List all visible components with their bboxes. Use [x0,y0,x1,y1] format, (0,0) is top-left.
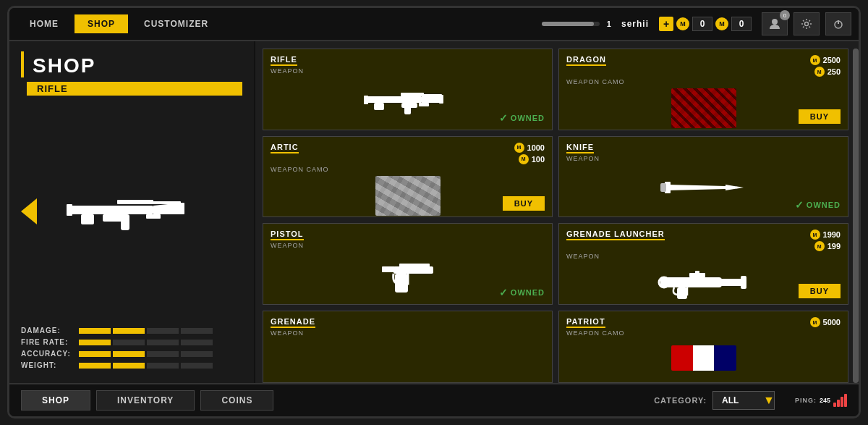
artic-buy-btn[interactable]: BUY [503,196,545,211]
prev-weapon-btn[interactable] [21,198,37,224]
patriot-price-block: M 5000 [810,317,841,327]
selected-category-label: RIFLE [27,82,242,96]
ping-bar-1 [833,403,836,407]
svg-rect-27 [660,183,666,192]
svg-rect-14 [364,96,422,103]
svg-rect-34 [741,276,746,289]
rifle-check-icon: ✓ [499,112,509,124]
gear-icon [801,18,812,30]
svg-rect-15 [401,93,424,96]
artic-price-2: 100 [532,155,545,164]
currency2-icon: M [715,17,728,30]
rifle-owned-badge: ✓ OWNED [499,112,545,124]
knife-weapon-svg [660,173,747,202]
dragon-m-icon-1: M [810,55,820,65]
svg-rect-23 [439,95,443,104]
coins-bottom-btn[interactable]: COINS [200,390,273,411]
artic-price-row-1: M 1000 [514,143,545,153]
pistol-weapon-svg [372,253,444,297]
svg-rect-16 [419,103,429,106]
player-icon [768,17,781,30]
fire-rate-label: FIRE RATE: [21,338,73,346]
launcher-price-row-2: M 199 [814,241,841,251]
damage-bar-4 [181,328,213,334]
currency1-value: 0 [692,17,712,31]
shop-item-rifle[interactable]: RIFLE WEAPON [263,49,553,130]
inventory-bottom-btn[interactable]: INVENTORY [96,390,195,411]
scroll-indicator[interactable] [853,49,859,383]
shop-item-dragon[interactable]: DRAGON M 2500 M 250 WEAPON CA [558,49,848,130]
player-icon-btn[interactable]: 0 [762,12,788,35]
ping-value: 245 [820,397,830,404]
stat-weight: WEIGHT: [21,361,242,369]
artic-m-icon-2: M [519,154,529,164]
bottom-bar: SHOP INVENTORY COINS CATEGORY: ALL RIFLE… [9,383,859,416]
svg-rect-11 [121,214,129,230]
launcher-m-icon-1: M [810,230,820,240]
knife-owned-label: OWNED [807,201,841,209]
power-btn[interactable] [825,12,851,35]
dragon-price-row-2: M 250 [814,67,841,77]
svg-rect-5 [117,200,153,204]
damage-label: DAMAGE: [21,327,73,334]
settings-btn[interactable] [793,12,820,35]
pistol-check-icon: ✓ [499,287,509,298]
stat-fire-rate: FIRE RATE: [21,338,242,346]
svg-rect-21 [404,103,411,114]
svg-rect-31 [382,266,395,272]
level-display: 1 [607,20,611,28]
launcher-buy-btn[interactable]: BUY [799,284,841,298]
top-nav: HOME SHOP CUSTOMIZER 1 serhii + M 0 M 0 … [9,8,859,41]
yellow-bar [21,51,24,77]
artic-item-sub: WEAPON CAMO [271,166,545,173]
item-header-dragon: DRAGON M 2500 M 250 [566,55,841,77]
svg-rect-8 [67,204,72,216]
rifle-item-name: RIFLE [271,55,297,66]
patriot-price-1: 5000 [823,318,841,327]
launcher-m-icon-2: M [814,241,825,251]
launcher-price-2: 199 [827,242,841,251]
shop-item-patriot[interactable]: PATRIOT M 5000 WEAPON CAMO [558,311,848,383]
customizer-nav-btn[interactable]: CUSTOMIZER [131,14,221,33]
svg-rect-38 [695,271,699,274]
category-select-row: CATEGORY: ALL RIFLE PISTOL MELEE CAMO ▼ [654,391,775,410]
shop-item-launcher[interactable]: GRENADE LAUNCHER M 1990 M 199 [558,223,848,305]
ping-label: PING: [795,397,817,404]
damage-bar-1 [79,328,111,334]
damage-bar-3 [147,328,179,334]
shop-grid: RIFLE WEAPON [263,49,851,383]
knife-owned-badge: ✓ OWNED [795,199,841,211]
patriot-price-row-1: M 5000 [810,317,841,327]
accuracy-bar-1 [79,351,111,357]
knife-item-name: KNIFE [566,143,594,153]
launcher-item-sub: WEAPON [566,253,841,260]
shop-item-knife[interactable]: KNIFE WEAPON [558,136,848,218]
fire-rate-bars [79,340,213,345]
launcher-price-1: 1990 [823,230,841,239]
shop-item-pistol[interactable]: PISTOL WEAPON [263,223,553,305]
category-select[interactable]: ALL RIFLE PISTOL MELEE CAMO [712,391,775,410]
shop-nav-btn[interactable]: SHOP [75,14,128,33]
home-nav-btn[interactable]: HOME [17,14,72,33]
svg-rect-4 [67,206,153,214]
item-header-launcher: GRENADE LAUNCHER M 1990 M 199 [566,230,841,251]
shop-bottom-btn[interactable]: SHOP [21,390,90,411]
grenade-item-name: GRENADE [271,317,315,328]
currency1-icon: M [676,17,689,30]
dragon-buy-btn[interactable]: BUY [799,109,841,124]
svg-rect-18 [364,96,368,104]
svg-marker-12 [153,203,182,214]
accuracy-bar-3 [147,351,179,357]
currency2-value: 0 [731,17,752,31]
item-header-grenade: GRENADE [271,317,545,328]
shop-item-grenade[interactable]: GRENADE WEAPON [263,311,553,383]
shop-item-artic[interactable]: ARTIC M 1000 M 100 WEAPON CAM [263,136,553,218]
svg-marker-25 [726,185,744,190]
weight-bar-1 [79,363,111,369]
artic-price-1: 1000 [527,143,545,152]
patriot-m-icon-1: M [810,317,820,327]
svg-point-0 [772,19,778,25]
stat-damage: DAMAGE: [21,327,242,334]
left-panel: SHOP RIFLE [9,41,255,383]
add-currency-btn[interactable]: + [659,17,673,31]
